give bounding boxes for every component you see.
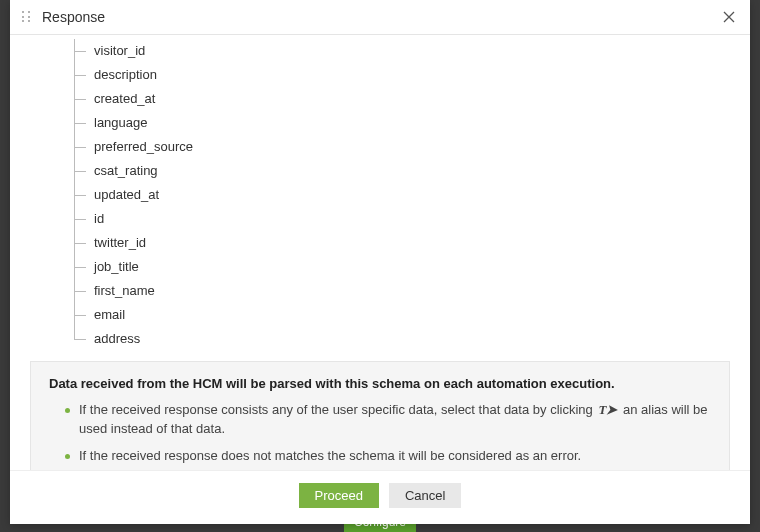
tree-item[interactable]: twitter_id — [74, 231, 730, 255]
tree-item[interactable]: preferred_source — [74, 135, 730, 159]
info-list: If the received response consists any of… — [49, 401, 711, 466]
tree-item[interactable]: id — [74, 207, 730, 231]
modal-title: Response — [42, 9, 720, 25]
info-box: Data received from the HCM will be parse… — [30, 361, 730, 470]
tree-item[interactable]: updated_at — [74, 183, 730, 207]
proceed-button[interactable]: Proceed — [299, 483, 379, 508]
modal-header: Response — [10, 0, 750, 35]
schema-tree: visitor_id description created_at langua… — [74, 39, 730, 351]
drag-handle-icon[interactable] — [22, 11, 32, 23]
info-title: Data received from the HCM will be parse… — [49, 376, 711, 391]
response-modal: Response visitor_id description created_… — [10, 0, 750, 524]
info-text: If the received response consists any of… — [79, 402, 596, 417]
close-button[interactable] — [720, 8, 738, 26]
tree-item[interactable]: created_at — [74, 87, 730, 111]
tree-item[interactable]: visitor_id — [74, 39, 730, 63]
close-icon — [723, 11, 735, 23]
alias-icon: T➤ — [598, 401, 617, 420]
modal-footer: Proceed Cancel — [10, 470, 750, 524]
tree-item[interactable]: language — [74, 111, 730, 135]
tree-item[interactable]: first_name — [74, 279, 730, 303]
tree-item[interactable]: description — [74, 63, 730, 87]
tree-item[interactable]: csat_rating — [74, 159, 730, 183]
info-list-item: If the received response consists any of… — [65, 401, 711, 439]
info-list-item: If the received response does not matche… — [65, 447, 711, 466]
tree-item[interactable]: job_title — [74, 255, 730, 279]
modal-body: visitor_id description created_at langua… — [10, 35, 750, 470]
tree-item[interactable]: email — [74, 303, 730, 327]
cancel-button[interactable]: Cancel — [389, 483, 461, 508]
tree-item[interactable]: address — [74, 327, 730, 351]
